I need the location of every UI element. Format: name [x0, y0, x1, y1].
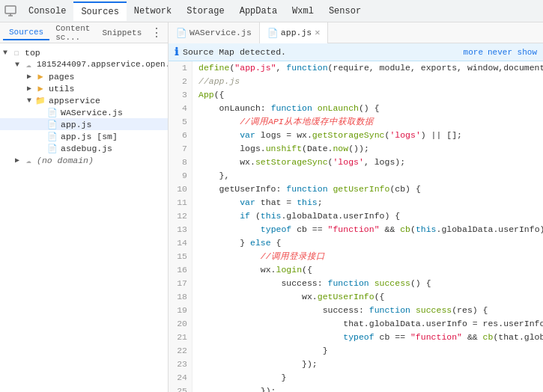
code-line-20: success: function success(res) { [198, 304, 537, 317]
tree-item-appjs[interactable]: ▶ 📄 app.js [0, 118, 168, 130]
menu-bar: Console Sources Network Storage AppData … [0, 0, 543, 22]
menu-console[interactable]: Console [21, 1, 73, 21]
source-map-links: more never show [464, 48, 537, 57]
source-map-text: Source Map detected. [183, 47, 464, 57]
code-line-15: } else { [198, 236, 537, 250]
tree-label-appjs-sm: app.js [sm] [61, 132, 118, 141]
code-line-17: wx.login({ [198, 263, 537, 277]
file-tab-appjs-icon: 📄 [267, 28, 278, 38]
tree-item-utils[interactable]: ▶ ▶ utils [0, 82, 168, 94]
code-editor[interactable]: 1 2 3 4 5 6 7 8 9 10 11 12 13 14 15 16 1… [169, 61, 543, 392]
menu-network[interactable]: Network [127, 1, 179, 21]
tree-arrow-pages: ▶ [24, 72, 34, 81]
tree-icon-pages: ▶ [34, 71, 46, 82]
tree-label-appjs: app.js [61, 120, 91, 129]
file-tab-appjs[interactable]: 📄 app.js ✕ [260, 22, 329, 43]
code-line-9: wx.setStorageSync('logs', logs); [198, 156, 537, 169]
main-layout: Sources Content sc... Snippets ⋮ ▼ ☐ top… [0, 22, 543, 392]
file-tab-waservice[interactable]: 📄 WAService.js [169, 22, 260, 43]
code-line-1: define("app.js", function(require, modul… [198, 61, 537, 75]
tree-arrow-no-domain: ▶ [12, 156, 22, 165]
tree-label-cloud: 1815244097.appservice.open.wei... [37, 60, 168, 69]
code-line-13: if (this.globalData.userInfo) { [198, 209, 537, 223]
tree-item-no-domain[interactable]: ▶ ☁ (no domain) [0, 154, 168, 166]
code-line-8: logs.unshift(Date.now()); [198, 142, 537, 156]
tree-arrow-appservice: ▼ [24, 97, 34, 105]
tree-item-waservice[interactable]: ▶ 📄 WAService.js [0, 106, 168, 118]
tree-icon-top: ☐ [10, 47, 22, 58]
file-tab-appjs-label: app.js [281, 28, 312, 37]
info-icon: ℹ [175, 46, 178, 58]
code-line-22: typeof cb == "function" && cb(that.globa… [198, 331, 537, 344]
code-line-14: typeof cb == "function" && cb(this.globa… [198, 223, 537, 236]
code-line-10: }, [198, 169, 537, 183]
tab-content-scripts[interactable]: Content sc... [49, 22, 96, 44]
code-line-18: success: function success() { [198, 277, 537, 290]
tree-icon-appjs: 📄 [46, 119, 58, 129]
tree-item-appjs-sm[interactable]: ▶ 📄 app.js [sm] [0, 130, 168, 142]
more-tabs-button[interactable]: ⋮ [148, 25, 166, 40]
tree-label-appservice: appservice [49, 96, 100, 105]
tree-icon-appjs-sm: 📄 [46, 131, 58, 141]
code-line-11: getUserInfo: function getUserInfo(cb) { [198, 183, 537, 196]
menu-sensor[interactable]: Sensor [321, 1, 368, 21]
source-map-never-show-link[interactable]: never show [488, 48, 537, 57]
tree-icon-cloud: ☁ [22, 59, 34, 70]
svg-rect-0 [5, 6, 16, 13]
code-line-23: } [198, 344, 537, 358]
tree-label-top: top [25, 48, 40, 58]
tab-snippets[interactable]: Snippets [96, 26, 148, 40]
code-line-4: App({ [198, 88, 537, 102]
code-line-5: onLaunch: function onLaunch() { [198, 102, 537, 115]
tree-item-appservice-cloud[interactable]: ▼ ☁ 1815244097.appservice.open.wei... [0, 58, 168, 70]
tree-label-no-domain: (no domain) [37, 156, 94, 165]
tree-item-top[interactable]: ▼ ☐ top [0, 46, 168, 58]
line-numbers: 1 2 3 4 5 6 7 8 9 10 11 12 13 14 15 16 1… [169, 61, 192, 392]
right-panel: 📄 WAService.js 📄 app.js ✕ ℹ Source Map d… [169, 22, 543, 392]
code-line-7: var logs = wx.getStorageSync('logs') || … [198, 129, 537, 142]
tree-item-pages[interactable]: ▶ ▶ pages [0, 70, 168, 82]
file-tabs: 📄 WAService.js 📄 app.js ✕ [169, 22, 543, 43]
tree-icon-appservice: 📁 [34, 95, 46, 105]
tree-icon-utils: ▶ [34, 83, 46, 94]
tree-icon-asdebug: 📄 [46, 143, 58, 153]
sub-tabs: Sources Content sc... Snippets ⋮ [0, 22, 168, 43]
code-line-21: that.globalData.userInfo = res.userInfo; [198, 317, 537, 331]
code-line-6: //调用API从本地缓存中获取数据 [198, 115, 537, 129]
file-tab-appjs-close[interactable]: ✕ [315, 27, 320, 38]
tree-icon-waservice: 📄 [46, 107, 58, 117]
tree-label-waservice: WAService.js [61, 108, 123, 117]
left-panel: Sources Content sc... Snippets ⋮ ▼ ☐ top… [0, 22, 169, 392]
tree-item-appservice[interactable]: ▼ 📁 appservice [0, 94, 168, 106]
source-map-bar: ℹ Source Map detected. more never show [169, 43, 543, 61]
tree-label-utils: utils [49, 84, 75, 94]
code-content[interactable]: define("app.js", function(require, modul… [192, 61, 543, 392]
code-line-24: }); [198, 358, 537, 371]
code-line-16: //调用登录接口 [198, 250, 537, 263]
menu-storage[interactable]: Storage [179, 1, 231, 21]
menu-appdata[interactable]: AppData [232, 1, 285, 21]
tree-arrow-top: ▼ [0, 49, 10, 57]
tree-label-pages: pages [49, 72, 75, 82]
menu-sources[interactable]: Sources [73, 1, 126, 21]
code-line-12: var that = this; [198, 196, 537, 209]
tree-arrow-cloud: ▼ [12, 61, 22, 69]
file-tab-waservice-icon: 📄 [176, 28, 186, 38]
source-map-more-link[interactable]: more [464, 48, 483, 57]
code-line-25: } [198, 371, 537, 385]
code-line-26: }); [198, 385, 537, 392]
devtools-icon [3, 4, 18, 19]
code-line-19: wx.getUserInfo({ [198, 290, 537, 304]
tree-icon-no-domain: ☁ [22, 155, 34, 165]
tree-item-asdebug[interactable]: ▶ 📄 asdebug.js [0, 142, 168, 154]
tab-sources[interactable]: Sources [3, 25, 49, 40]
tree-label-asdebug: asdebug.js [61, 144, 112, 153]
file-tab-waservice-label: WAService.js [189, 28, 252, 37]
tree-arrow-utils: ▶ [24, 84, 34, 93]
menu-wxml[interactable]: Wxml [285, 1, 321, 21]
code-line-3: //app.js [198, 75, 537, 88]
file-tree: ▼ ☐ top ▼ ☁ 1815244097.appservice.open.w… [0, 43, 168, 392]
